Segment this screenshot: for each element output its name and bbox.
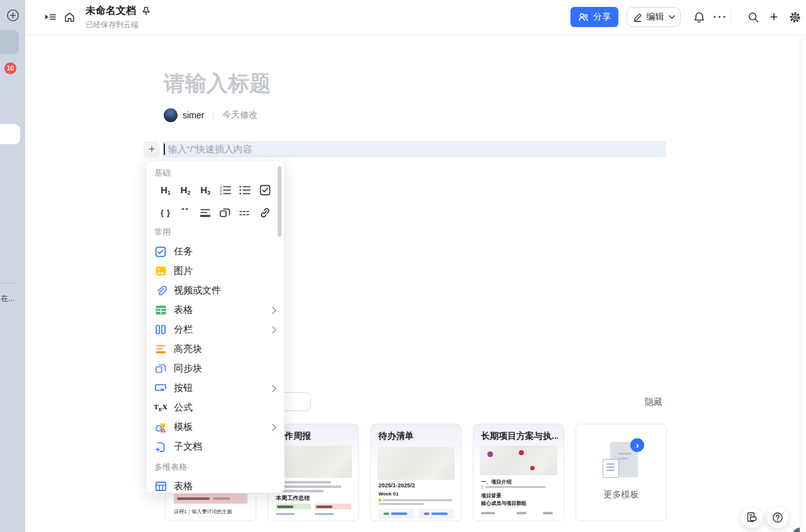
menu-item-label: 模板 bbox=[174, 421, 193, 433]
rail-add-button[interactable] bbox=[3, 5, 23, 25]
sidebar-toggle-button[interactable] bbox=[40, 7, 60, 27]
menu-item-label: 视频或文件 bbox=[174, 285, 221, 297]
settings-button[interactable] bbox=[785, 7, 805, 27]
search-button[interactable] bbox=[743, 7, 763, 27]
share-button[interactable]: 分享 bbox=[570, 7, 618, 27]
menu-item-subdocument[interactable]: 子文档 bbox=[147, 437, 284, 456]
share-people-icon bbox=[578, 12, 589, 22]
card-title: 更多模板 bbox=[576, 489, 666, 501]
header-divider bbox=[731, 9, 732, 25]
menu-scrollbar[interactable] bbox=[278, 166, 281, 237]
home-button[interactable] bbox=[59, 7, 79, 27]
template-card-todo-list[interactable]: 待办清单 2025/1-2025/2 Week 01 bbox=[370, 424, 462, 521]
template-card-more[interactable]: › 更多模板 bbox=[576, 424, 667, 521]
app-rail: 10 在... bbox=[0, 0, 25, 532]
more-button[interactable]: ··· bbox=[710, 7, 730, 27]
feedback-button[interactable] bbox=[741, 506, 763, 529]
notifications-button[interactable] bbox=[689, 7, 709, 27]
template-card-long-term-project[interactable]: 长期项目方案与执... 一、项目介绍 项目背景 核心成员与项目群组 bbox=[473, 424, 564, 521]
insert-menu: 基础 H1 H2 H3 1 2 3 { } “ bbox=[146, 161, 285, 493]
pin-icon[interactable] bbox=[142, 6, 150, 16]
search-icon bbox=[747, 11, 759, 23]
menu-item-table[interactable]: 表格 bbox=[147, 300, 284, 320]
menu-item-image[interactable]: 图片 bbox=[147, 261, 284, 281]
button-icon bbox=[154, 383, 167, 394]
text-caret bbox=[164, 144, 165, 155]
link-icon[interactable] bbox=[255, 205, 275, 220]
card-date-range: 2025/1-2025/2 bbox=[378, 482, 415, 489]
card-heading3: 核心成员与项目群组 bbox=[481, 500, 526, 507]
heading1-icon[interactable]: H1 bbox=[156, 183, 176, 198]
menu-item-label: 任务 bbox=[174, 246, 193, 258]
card-button bbox=[378, 509, 414, 519]
bell-icon bbox=[693, 11, 705, 23]
chevron-right-icon bbox=[272, 385, 276, 392]
table-icon bbox=[154, 305, 167, 316]
menu-section-basic: 基础 bbox=[154, 167, 284, 179]
menu-item-template[interactable]: 模板 bbox=[147, 417, 284, 437]
heading3-icon[interactable]: H3 bbox=[195, 183, 215, 198]
heading2-icon[interactable]: H2 bbox=[176, 183, 196, 198]
author-row: simer 今天修改 bbox=[164, 108, 258, 123]
rail-item-partial[interactable] bbox=[0, 30, 19, 54]
doc-title-input-placeholder[interactable]: 请输入标题 bbox=[164, 69, 271, 98]
editor-current-line[interactable]: 输入“/”快速插入内容 bbox=[162, 141, 666, 157]
basic-icon-grid: H1 H2 H3 1 2 3 { } “ bbox=[147, 183, 284, 220]
quote-smudge bbox=[482, 485, 548, 489]
menu-item-button[interactable]: 按钮 bbox=[147, 378, 284, 398]
add-block-button[interactable]: + bbox=[144, 141, 160, 157]
menu-item-formula[interactable]: TEX 公式 bbox=[147, 398, 284, 417]
template-shapes-icon bbox=[154, 422, 167, 433]
plus-icon: + bbox=[770, 11, 778, 23]
agenda-line: 议程1：输入要讨论的主题 bbox=[174, 508, 232, 515]
divider-icon[interactable] bbox=[236, 205, 256, 220]
plus-icon: + bbox=[149, 143, 156, 156]
highlight-bar bbox=[174, 494, 247, 504]
card-heading1: 一、项目介绍 bbox=[481, 478, 511, 485]
card-week: Week 01 bbox=[378, 491, 399, 497]
rail-divider bbox=[0, 283, 18, 283]
svg-text:3: 3 bbox=[220, 192, 222, 196]
hide-templates-button[interactable]: 隐藏 bbox=[645, 397, 662, 408]
create-new-button[interactable]: + bbox=[764, 7, 784, 27]
help-button[interactable] bbox=[766, 506, 789, 529]
quote-icon[interactable]: “ bbox=[176, 205, 196, 220]
menu-item-label: 子文档 bbox=[174, 441, 202, 453]
notification-badge: 10 bbox=[4, 62, 16, 74]
bitable-grid-icon bbox=[154, 481, 167, 492]
menu-item-highlight-block[interactable]: 高亮块 bbox=[147, 339, 284, 359]
chevron-down-icon bbox=[669, 15, 675, 20]
menu-item-sync-block[interactable]: 同步块 bbox=[147, 359, 284, 378]
task-checkbox-icon[interactable] bbox=[255, 183, 275, 198]
code-block-icon[interactable]: { } bbox=[156, 205, 176, 220]
green-column bbox=[276, 504, 311, 509]
formula-tex-icon: TEX bbox=[154, 402, 167, 414]
edit-button-label: 编辑 bbox=[647, 11, 664, 23]
ordered-list-icon[interactable]: 1 2 3 bbox=[215, 183, 236, 198]
chevron-right-icon bbox=[272, 326, 276, 334]
menu-item-file[interactable]: 视频或文件 bbox=[147, 281, 284, 300]
task-icon bbox=[154, 246, 167, 258]
rail-truncated-label[interactable]: 在... bbox=[1, 293, 14, 304]
avatar[interactable] bbox=[164, 108, 178, 122]
edit-mode-button[interactable]: 编辑 bbox=[627, 7, 681, 27]
card-section-title: 本周工作总结 bbox=[276, 494, 310, 502]
sync-block-icon[interactable] bbox=[215, 205, 236, 220]
author-name[interactable]: simer bbox=[183, 110, 204, 120]
sync-block-icon bbox=[154, 363, 167, 375]
pink-column bbox=[315, 504, 351, 509]
bullet-list-icon[interactable] bbox=[236, 183, 256, 198]
menu-item-bitable-table[interactable]: 表格 bbox=[147, 477, 284, 493]
ellipsis-icon: ··· bbox=[713, 11, 728, 23]
page-scrollbar[interactable] bbox=[800, 35, 806, 532]
card-button bbox=[419, 509, 454, 519]
menu-item-columns[interactable]: 分栏 bbox=[147, 320, 284, 339]
chevron-right-icon bbox=[272, 307, 276, 314]
rail-item-active-partial[interactable] bbox=[0, 124, 20, 144]
doc-title[interactable]: 未命名文档 bbox=[86, 4, 136, 18]
sidebar-toggle-icon bbox=[44, 12, 57, 22]
menu-item-label: 分栏 bbox=[174, 324, 193, 336]
card-title: 待办清单 bbox=[378, 431, 414, 442]
highlight-block-icon[interactable] bbox=[195, 205, 215, 220]
menu-item-task[interactable]: 任务 bbox=[147, 242, 284, 261]
